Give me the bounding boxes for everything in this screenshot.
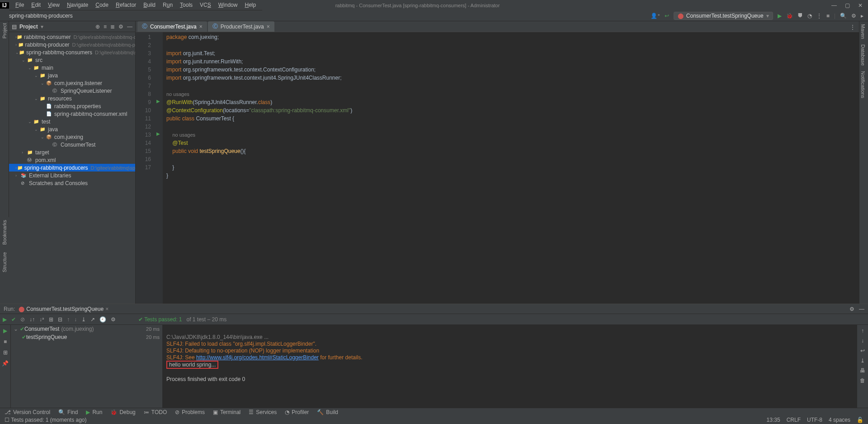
tree-item[interactable]: ⌄📦com.juexing.listener	[9, 79, 135, 87]
tree-item[interactable]: 📄rabbitmq.properties	[9, 102, 135, 110]
tree-item[interactable]: 📄spring-rabbitmq-consumer.xml	[9, 110, 135, 118]
bookmarks-tool-button[interactable]: Bookmarks	[2, 220, 7, 245]
structure-tool-button[interactable]: Structure	[2, 252, 7, 272]
menu-file[interactable]: FFileile	[13, 1, 27, 9]
menu-build[interactable]: Build	[141, 1, 158, 9]
print-icon[interactable]: 🖶	[860, 367, 865, 374]
settings-icon[interactable]: ⚙	[851, 13, 856, 19]
tree-item[interactable]: ⌄📁java	[9, 125, 135, 133]
import-icon[interactable]: ⤓	[81, 316, 86, 323]
menu-help[interactable]: Help	[242, 1, 259, 9]
tree-item[interactable]: ›📁rabbitmq-consumerD:\gitee\rabbitmq\rab…	[9, 33, 135, 41]
show-ignored-icon[interactable]: ⊘	[20, 316, 25, 323]
tree-item[interactable]: ⌄📁spring-rabbitmq-consumersD:\gitee\rabb…	[9, 48, 135, 56]
locate-icon[interactable]: ⊕	[95, 24, 100, 30]
run-button[interactable]: ▶ Run	[86, 409, 102, 415]
show-passed-icon[interactable]: ✔	[11, 316, 16, 323]
debug-button[interactable]: 🐞 Debug	[110, 409, 135, 415]
menu-refactor[interactable]: Refactor	[113, 1, 139, 9]
prev-icon[interactable]: ↑	[67, 316, 70, 323]
sort-icon[interactable]: ↓↑	[29, 316, 35, 323]
project-tree[interactable]: ›📁rabbitmq-consumerD:\gitee\rabbitmq\rab…	[9, 32, 135, 328]
tree-item[interactable]: ›📁spring-rabbitmq-producersD:\gitee\rabb…	[9, 164, 135, 172]
history-icon[interactable]: 🕘	[99, 316, 106, 323]
pin-icon[interactable]: 📌	[2, 360, 9, 367]
slf4j-link[interactable]: http://www.slf4j.org/codes.html#StaticLo…	[196, 354, 319, 361]
stop-icon[interactable]: ■	[826, 13, 830, 19]
stop2-icon[interactable]: ■	[4, 338, 7, 345]
tree-item[interactable]: ⌄📁java	[9, 71, 135, 79]
breadcrumb[interactable]: spring-rabbitmq-producers	[9, 13, 73, 19]
database-tool-button[interactable]: Database	[859, 42, 867, 68]
rerun-icon[interactable]: ▶	[3, 316, 7, 323]
tree-item[interactable]: ›📁target	[9, 148, 135, 156]
window-minimize-icon[interactable]: —	[831, 2, 837, 9]
tree-item[interactable]: ⒸConsumerTest	[9, 141, 135, 148]
coverage-icon[interactable]: ⛊	[797, 13, 803, 19]
menu-code[interactable]: Code	[93, 1, 111, 9]
menu-tools[interactable]: Tools	[177, 1, 195, 9]
menu-view[interactable]: View	[45, 1, 62, 9]
tree-item[interactable]: Ⓜpom.xml	[9, 156, 135, 164]
project-dropdown-icon[interactable]: ▤	[12, 24, 17, 30]
soft-wrap-icon[interactable]: ↩	[860, 348, 865, 354]
line-separator[interactable]: CRLF	[787, 417, 801, 423]
search-everywhere-icon[interactable]: 🔍	[840, 13, 847, 19]
profiler-button[interactable]: ◔ Profiler	[285, 409, 309, 415]
notifications-tool-button[interactable]: Notifications	[859, 68, 867, 101]
toolbar-gear-icon[interactable]: ⚙	[111, 316, 116, 323]
editor-more-icon[interactable]: ⋮	[850, 24, 855, 30]
rerun2-icon[interactable]: ▶	[3, 328, 7, 334]
run-configuration-selector[interactable]: ⬤ ConsumerTest.testSpringQueue ▾	[674, 12, 773, 20]
layout-icon[interactable]: ⊞	[3, 349, 8, 356]
tree-item[interactable]: ⊘Scratches and Consoles	[9, 179, 135, 187]
code-editor[interactable]: 1234567891011121314151617 ▶ ▶ package co…	[136, 32, 859, 328]
indent[interactable]: 4 spaces	[829, 417, 850, 423]
scroll-down-icon[interactable]: ↓	[861, 338, 864, 344]
debug-icon[interactable]: 🐞	[786, 13, 793, 19]
tree-item[interactable]: ›📚External Libraries	[9, 172, 135, 179]
find-button[interactable]: 🔍 Find	[58, 409, 78, 415]
next-icon[interactable]: ↓	[74, 316, 77, 323]
run-gutter-icon[interactable]: ▶	[154, 130, 163, 138]
collapse-icon[interactable]: ⊟	[58, 316, 62, 323]
services-button[interactable]: ☰ Services	[249, 409, 277, 415]
window-close-icon[interactable]: ✕	[858, 2, 863, 9]
run-gutter-icon[interactable]: ▶	[154, 97, 163, 105]
tree-item[interactable]: ⒸSpringQueueListener	[9, 87, 135, 95]
tree-item[interactable]: ›📁rabbitmq-producerD:\gitee\rabbitmq\rab…	[9, 41, 135, 48]
build-button[interactable]: 🔨 Build	[317, 409, 338, 415]
tree-item[interactable]: ⌄📁src	[9, 56, 135, 64]
menu-run[interactable]: Run	[160, 1, 175, 9]
maven-tool-button[interactable]: Maven	[859, 21, 867, 42]
export-icon[interactable]: ↗	[90, 316, 95, 323]
panel-hide-icon[interactable]: —	[127, 24, 132, 30]
more-run-icon[interactable]: ⋮	[816, 13, 822, 19]
terminal-button[interactable]: ▣ Terminal	[213, 409, 241, 415]
chevron-icon[interactable]: ▸	[861, 13, 863, 19]
menu-vcs[interactable]: VCS	[197, 1, 214, 9]
window-maximize-icon[interactable]: ▢	[845, 2, 850, 9]
add-user-icon[interactable]: 👤⁺	[651, 13, 660, 19]
clear-icon[interactable]: 🗑	[860, 377, 865, 384]
version-control-button[interactable]: ⎇ Version Control	[5, 409, 50, 415]
readonly-icon[interactable]: 🔓	[857, 417, 863, 423]
todo-button[interactable]: ≔ TODO	[144, 409, 167, 415]
expand-all-icon[interactable]: ≡	[104, 24, 107, 30]
tree-item[interactable]: ⌄📁resources	[9, 95, 135, 102]
scroll-to-end-icon[interactable]: ⤓	[860, 357, 865, 364]
panel-gear-icon[interactable]: ⚙	[849, 306, 854, 312]
caret-position[interactable]: 13:35	[767, 417, 780, 423]
menu-window[interactable]: Window	[216, 1, 241, 9]
run-icon[interactable]: ▶	[778, 13, 782, 19]
tree-item[interactable]: ⌄📁main	[9, 64, 135, 71]
tab-consumertest[interactable]: ⒸConsumerTest.java×	[137, 21, 207, 32]
tab-producertest[interactable]: ⒸProducerTest.java×	[208, 21, 274, 32]
collapse-all-icon[interactable]: ≣	[110, 24, 115, 30]
back-run-icon[interactable]: ↩	[665, 13, 669, 19]
expand-icon[interactable]: ⊞	[49, 316, 53, 323]
problems-button[interactable]: ⊘ Problems	[175, 409, 205, 415]
project-tool-button[interactable]: Project	[2, 23, 7, 38]
tree-item[interactable]: ⌄📁test	[9, 118, 135, 125]
panel-settings-icon[interactable]: ⚙	[118, 24, 123, 30]
